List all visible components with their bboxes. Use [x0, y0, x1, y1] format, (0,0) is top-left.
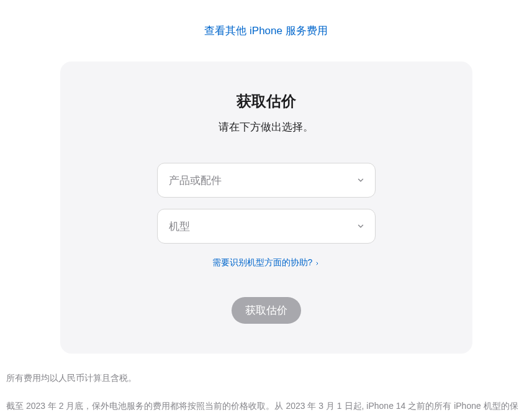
product-select[interactable]: 产品或配件	[157, 163, 376, 198]
other-services-link[interactable]: 查看其他 iPhone 服务费用	[0, 24, 532, 38]
estimate-card: 获取估价 请在下方做出选择。 产品或配件 机型 需要识别机型方面的协助? 获取估…	[60, 62, 472, 354]
chevron-right-icon	[315, 258, 320, 268]
chevron-down-icon	[356, 176, 365, 185]
product-select-label: 产品或配件	[169, 173, 222, 188]
card-subtitle: 请在下方做出选择。	[60, 120, 472, 134]
help-link-label: 需要识别机型方面的协助?	[212, 257, 313, 268]
identify-model-help-link[interactable]: 需要识别机型方面的协助?	[212, 257, 320, 268]
chevron-down-icon	[356, 222, 365, 231]
footnote-currency: 所有费用均以人民币计算且含税。	[6, 370, 525, 387]
get-estimate-button[interactable]: 获取估价	[232, 297, 301, 324]
model-select-label: 机型	[169, 219, 190, 234]
footnotes: 所有费用均以人民币计算且含税。 截至 2023 年 2 月底，保外电池服务的费用…	[6, 370, 525, 412]
model-select[interactable]: 机型	[157, 209, 376, 244]
footnote-price-increase: 截至 2023 年 2 月底，保外电池服务的费用都将按照当前的价格收取。从 20…	[6, 398, 525, 412]
card-title: 获取估价	[60, 91, 472, 111]
